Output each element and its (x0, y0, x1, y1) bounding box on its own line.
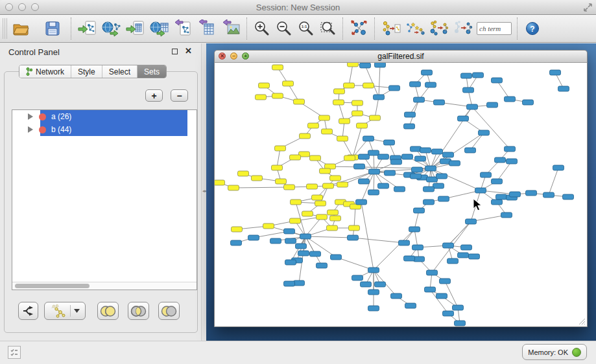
graph-node[interactable] (550, 70, 561, 75)
graph-node[interactable] (461, 245, 472, 250)
graph-node[interactable] (316, 263, 328, 268)
graph-node-selected[interactable] (275, 146, 286, 151)
graph-node[interactable] (505, 146, 516, 152)
graph-node[interactable] (415, 156, 426, 161)
graph-node-selected[interactable] (272, 93, 283, 98)
graph-edge[interactable] (365, 65, 379, 97)
graph-node-selected[interactable] (307, 184, 318, 189)
graph-node-selected[interactable] (283, 81, 294, 86)
graph-node[interactable] (492, 179, 503, 184)
graph-node[interactable] (436, 293, 447, 299)
graph-node[interactable] (248, 235, 259, 240)
graph-node[interactable] (356, 199, 367, 205)
graph-node[interactable] (447, 258, 459, 264)
graph-node-selected[interactable] (328, 210, 339, 215)
graph-node-selected[interactable] (294, 99, 305, 104)
graph-edge[interactable] (305, 217, 322, 236)
export-table-button[interactable] (195, 16, 219, 41)
graph-edge[interactable] (549, 168, 558, 195)
graph-node[interactable] (296, 244, 307, 249)
sets-list[interactable]: a (26)b (44) (12, 109, 197, 290)
graph-node[interactable] (465, 148, 476, 153)
graph-node[interactable] (391, 159, 402, 165)
graph-node[interactable] (461, 73, 472, 78)
graph-node[interactable] (402, 154, 413, 159)
graph-node-selected[interactable] (322, 129, 333, 134)
graph-node[interactable] (391, 293, 402, 299)
graph-node-selected[interactable] (352, 111, 363, 116)
graph-node[interactable] (496, 194, 507, 199)
graph-node[interactable] (300, 234, 311, 239)
graph-node-selected[interactable] (252, 176, 263, 181)
export-image-button[interactable] (219, 16, 243, 41)
graph-node[interactable] (425, 82, 436, 87)
graph-node-selected[interactable] (333, 100, 344, 105)
graph-node[interactable] (352, 275, 363, 280)
graph-node[interactable] (284, 229, 295, 234)
graph-node[interactable] (455, 321, 466, 326)
apply-layout-button[interactable] (347, 16, 371, 41)
graph-node[interactable] (481, 172, 492, 177)
graph-node[interactable] (404, 124, 415, 129)
graph-node[interactable] (479, 130, 490, 135)
graph-node-selected[interactable] (238, 171, 249, 176)
memory-status-button[interactable]: Memory: OK (522, 344, 587, 360)
add-set-button[interactable]: + (145, 89, 163, 102)
graph-node[interactable] (378, 154, 389, 159)
graph-edge[interactable] (353, 126, 362, 157)
close-panel-icon[interactable]: ✕ (185, 46, 192, 56)
graph-node[interactable] (389, 85, 400, 91)
graph-edge[interactable] (353, 238, 404, 243)
graph-node[interactable] (422, 70, 433, 75)
graph-edge[interactable] (448, 222, 471, 245)
tab-network[interactable]: Network (19, 65, 71, 78)
graph-node[interactable] (285, 238, 296, 244)
graph-node[interactable] (523, 100, 534, 105)
new-network-from-selection-button[interactable] (379, 16, 403, 41)
resize-grip[interactable] (577, 316, 586, 325)
graph-node[interactable] (558, 86, 569, 91)
graph-node[interactable] (298, 251, 309, 256)
graph-edge[interactable] (472, 107, 510, 149)
graph-node[interactable] (404, 256, 415, 261)
import-table-file-button[interactable] (123, 16, 147, 41)
set-row[interactable]: b (44) (12, 123, 197, 136)
graph-edge[interactable] (361, 202, 374, 270)
graph-edge[interactable] (375, 97, 379, 118)
graph-node-selected[interactable] (339, 119, 350, 124)
graph-node[interactable] (563, 194, 574, 199)
graph-node[interactable] (414, 97, 425, 102)
graph-node-selected[interactable] (315, 201, 326, 206)
graph-node[interactable] (384, 140, 395, 145)
graph-node[interactable] (231, 240, 242, 245)
zoom-in-button[interactable] (251, 16, 273, 41)
graph-node[interactable] (368, 150, 379, 155)
hide-selected-button[interactable] (427, 16, 451, 41)
graph-node[interactable] (427, 177, 438, 182)
graph-edge[interactable] (349, 64, 353, 85)
graph-node[interactable] (434, 100, 445, 105)
graph-edge[interactable] (354, 207, 355, 228)
graph-node[interactable] (443, 243, 454, 248)
graph-node[interactable] (440, 279, 451, 284)
graph-node[interactable] (425, 287, 436, 292)
graph-node-selected[interactable] (330, 176, 341, 181)
graph-node[interactable] (412, 245, 423, 250)
graph-node-selected[interactable] (337, 136, 348, 141)
graph-node[interactable] (432, 149, 443, 154)
graph-node[interactable] (473, 73, 484, 78)
graph-node[interactable] (510, 192, 521, 197)
graph-edge[interactable] (374, 172, 374, 192)
graph-node-selected[interactable] (316, 214, 328, 220)
graph-node-selected[interactable] (363, 83, 374, 88)
graph-edge[interactable] (374, 229, 414, 270)
graph-node-selected[interactable] (310, 155, 321, 161)
graph-node[interactable] (378, 183, 389, 188)
graph-node-selected[interactable] (228, 185, 239, 190)
graph-node[interactable] (411, 146, 422, 152)
graph-node-selected[interactable] (323, 183, 334, 188)
graph-node-selected[interactable] (308, 123, 319, 128)
graph-node[interactable] (399, 240, 410, 245)
float-panel-icon[interactable] (172, 49, 178, 54)
graph-node[interactable] (433, 183, 444, 188)
